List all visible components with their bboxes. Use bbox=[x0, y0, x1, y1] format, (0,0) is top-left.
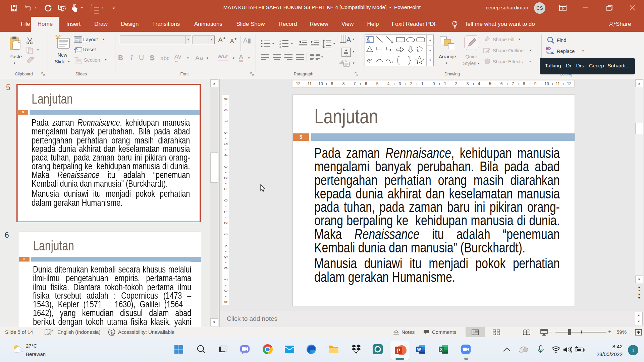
svg-text:?: ? bbox=[113, 333, 115, 336]
svg-text:W: W bbox=[417, 347, 421, 352]
svg-text:X: X bbox=[440, 347, 443, 352]
svg-text:A: A bbox=[367, 37, 369, 41]
svg-text:1: 1 bbox=[279, 39, 281, 42]
svg-text:3: 3 bbox=[279, 45, 281, 48]
svg-text:2: 2 bbox=[279, 42, 281, 45]
svg-text:A: A bbox=[346, 36, 351, 43]
svg-text:P: P bbox=[396, 348, 400, 354]
